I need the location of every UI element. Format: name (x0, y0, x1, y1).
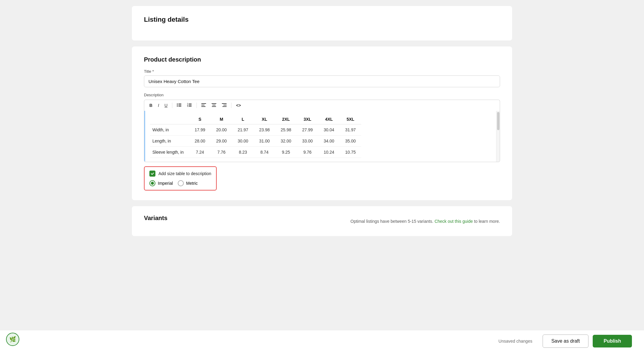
row-label-length: Length, in (150, 136, 189, 147)
cell-length-xl: 31.00 (254, 136, 275, 147)
cell-width-3xl: 27.99 (297, 124, 318, 136)
size-table-checkbox[interactable] (149, 171, 155, 177)
cell-width-m: 20.00 (211, 124, 232, 136)
toolbar-separator-2 (196, 103, 197, 108)
svg-rect-18 (222, 103, 227, 104)
product-description-heading: Product description (144, 56, 500, 63)
cell-length-m: 29.00 (211, 136, 232, 147)
svg-rect-20 (222, 106, 227, 107)
cell-width-4xl: 30.04 (318, 124, 340, 136)
ordered-list-button[interactable]: 1. 2. 3. (185, 102, 194, 109)
svg-rect-14 (201, 106, 206, 107)
cell-width-5xl: 31.97 (340, 124, 361, 136)
table-header-row: S M L XL 2XL 3XL 4XL 5XL (150, 114, 361, 124)
metric-label: Metric (186, 181, 198, 186)
bold-button[interactable]: B (147, 102, 155, 109)
svg-point-4 (177, 106, 178, 107)
cell-width-s: 17.99 (189, 124, 211, 136)
code-button[interactable]: <> (234, 102, 243, 109)
svg-point-0 (177, 104, 178, 104)
add-size-table-label: Add size table to description (158, 171, 211, 176)
col-header-m: M (211, 114, 232, 124)
row-label-sleeve: Sleeve length, in (150, 147, 189, 158)
imperial-radio-circle (149, 180, 155, 186)
svg-rect-13 (201, 105, 205, 105)
variants-header: Variants Optimal listings have between 5… (144, 215, 500, 228)
cell-length-4xl: 34.00 (318, 136, 340, 147)
cell-sleeve-4xl: 10.24 (318, 147, 340, 158)
toolbar-separator-1 (172, 103, 172, 108)
cell-length-3xl: 33.00 (297, 136, 318, 147)
table-row: Width, in 17.99 20.00 21.97 23.98 25.98 … (150, 124, 361, 136)
cell-sleeve-5xl: 10.75 (340, 147, 361, 158)
table-row: Length, in 28.00 29.00 30.00 31.00 32.00… (150, 136, 361, 147)
cell-length-l: 30.00 (232, 136, 253, 147)
editor-scrollbar[interactable] (496, 111, 500, 162)
cell-sleeve-l: 8.23 (232, 147, 253, 158)
save-as-draft-button[interactable]: Save as draft (543, 334, 588, 348)
cell-width-l: 21.97 (232, 124, 253, 136)
cell-length-5xl: 35.00 (340, 136, 361, 147)
variants-guide-link[interactable]: Check out this guide (435, 219, 473, 224)
cell-sleeve-2xl: 9.25 (275, 147, 297, 158)
unsaved-changes-text: Unsaved changes (499, 339, 532, 344)
col-header-3xl: 3XL (297, 114, 318, 124)
cell-sleeve-s: 7.24 (189, 147, 211, 158)
svg-rect-9 (189, 105, 192, 105)
cell-sleeve-m: 7.76 (211, 147, 232, 158)
align-center-button[interactable] (209, 102, 218, 109)
align-left-button[interactable] (199, 102, 208, 109)
metric-radio-option[interactable]: Metric (178, 180, 198, 186)
imperial-label: Imperial (158, 181, 173, 186)
editor-toolbar: B I U 1. 2. 3 (144, 100, 500, 111)
cell-width-xl: 23.98 (254, 124, 275, 136)
title-input[interactable] (144, 75, 500, 87)
page-title: Listing details (144, 16, 500, 24)
toolbar-separator-3 (231, 103, 231, 108)
svg-rect-16 (212, 105, 216, 105)
italic-button[interactable]: I (156, 102, 161, 109)
bottom-bar: Unsaved changes Save as draft Publish (0, 330, 644, 352)
col-header-4xl: 4XL (318, 114, 340, 124)
col-header-l: L (232, 114, 253, 124)
svg-rect-12 (201, 103, 206, 104)
description-label: Description (144, 93, 500, 97)
cell-sleeve-xl: 8.74 (254, 147, 275, 158)
svg-rect-5 (178, 106, 181, 107)
avatar[interactable]: 🌿 (6, 333, 19, 346)
svg-rect-3 (178, 105, 181, 105)
svg-rect-1 (178, 104, 181, 104)
align-right-button[interactable] (220, 102, 229, 109)
svg-rect-7 (189, 104, 192, 104)
size-table: S M L XL 2XL 3XL 4XL 5XL Width, in (150, 114, 361, 158)
cell-width-2xl: 25.98 (275, 124, 297, 136)
imperial-radio-option[interactable]: Imperial (149, 180, 173, 186)
svg-point-2 (177, 105, 178, 106)
cell-sleeve-3xl: 9.76 (297, 147, 318, 158)
table-row: Sleeve length, in 7.24 7.76 8.23 8.74 9.… (150, 147, 361, 158)
avatar-emoji: 🌿 (9, 336, 16, 343)
editor-content[interactable]: S M L XL 2XL 3XL 4XL 5XL Width, in (144, 111, 500, 162)
size-table-wrapper: S M L XL 2XL 3XL 4XL 5XL Width, in (144, 111, 500, 162)
unordered-list-button[interactable] (175, 102, 184, 109)
cell-length-2xl: 32.00 (275, 136, 297, 147)
col-header-s: S (189, 114, 211, 124)
row-label-width: Width, in (150, 124, 189, 136)
unit-radio-row: Imperial Metric (149, 180, 211, 186)
col-header-xl: XL (254, 114, 275, 124)
publish-button[interactable]: Publish (593, 335, 632, 347)
cell-length-s: 28.00 (189, 136, 211, 147)
scrollbar-thumb (497, 112, 499, 130)
add-size-table-row: Add size table to description (149, 171, 211, 177)
col-header-5xl: 5XL (340, 114, 361, 124)
title-label: Title * (144, 69, 500, 74)
svg-rect-15 (212, 103, 216, 104)
variants-heading: Variants (144, 215, 167, 222)
variants-hint-text: Optimal listings have between 5-15 varia… (350, 219, 433, 224)
svg-rect-19 (223, 105, 227, 105)
size-table-options: Add size table to description Imperial M… (144, 166, 217, 190)
underline-button[interactable]: U (162, 102, 170, 109)
col-header-2xl: 2XL (275, 114, 297, 124)
variants-section: Variants Optimal listings have between 5… (132, 206, 512, 236)
variants-hint: Optimal listings have between 5-15 varia… (350, 219, 500, 224)
